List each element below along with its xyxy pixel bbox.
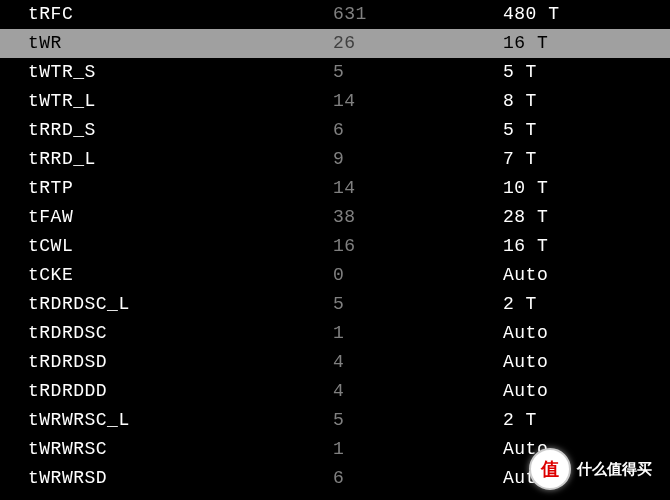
memory-timing-table: tRFC631480 TtWR2616 TtWTR_S55 TtWTR_L148… (0, 0, 670, 500)
timing-name: tCWL (28, 232, 333, 261)
timing-current-value: 4 (333, 377, 503, 406)
timing-name: tRDRDSD (28, 348, 333, 377)
timing-current-value: 6 (333, 464, 503, 493)
timing-set-value[interactable]: 16 T (503, 29, 670, 58)
timing-current-value: 0 (333, 261, 503, 290)
timing-name: tWTR_L (28, 87, 333, 116)
watermark-text: 什么值得买 (577, 460, 652, 479)
timing-row[interactable]: tRTP1410 T (0, 174, 670, 203)
timing-row[interactable]: tRDRDSC_L52 T (0, 290, 670, 319)
timing-current-value: 4 (333, 348, 503, 377)
timing-row[interactable]: tWTR_L148 T (0, 87, 670, 116)
timing-row[interactable]: tCWL1616 T (0, 232, 670, 261)
timing-set-value[interactable]: Auto (503, 319, 670, 348)
timing-row[interactable]: tFAW3828 T (0, 203, 670, 232)
timing-row[interactable]: tRFC631480 T (0, 0, 670, 29)
timing-current-value: 26 (333, 29, 503, 58)
timing-name: tCKE (28, 261, 333, 290)
timing-name: tFAW (28, 203, 333, 232)
timing-current-value: 16 (333, 232, 503, 261)
timing-row[interactable]: tRRD_L97 T (0, 145, 670, 174)
timing-current-value: 6 (333, 116, 503, 145)
timing-current-value: 631 (333, 0, 503, 29)
timing-current-value: 5 (333, 406, 503, 435)
timing-row[interactable]: tWR2616 T (0, 29, 670, 58)
timing-name: tRDRDSC_L (28, 290, 333, 319)
timing-row[interactable]: tRDRDDD4Auto (0, 377, 670, 406)
timing-set-value[interactable]: Auto (503, 348, 670, 377)
timing-set-value[interactable]: 8 T (503, 87, 670, 116)
timing-name: tRDRDDD (28, 377, 333, 406)
timing-row[interactable]: tRDRDSD4Auto (0, 348, 670, 377)
timing-current-value: 5 (333, 290, 503, 319)
timing-set-value[interactable]: 480 T (503, 0, 670, 29)
timing-current-value: 9 (333, 145, 503, 174)
timing-current-value: 1 (333, 435, 503, 464)
timing-name: tWR (28, 29, 333, 58)
timing-set-value[interactable]: 7 T (503, 145, 670, 174)
timing-row[interactable]: tRRD_S65 T (0, 116, 670, 145)
timing-name: tWTR_S (28, 58, 333, 87)
timing-set-value[interactable]: 2 T (503, 290, 670, 319)
timing-set-value[interactable]: 5 T (503, 58, 670, 87)
timing-current-value: 1 (333, 319, 503, 348)
watermark-icon: 值 (529, 448, 571, 490)
timing-name: tRDRDSC (28, 319, 333, 348)
timing-row[interactable]: tRDRDSC1Auto (0, 319, 670, 348)
timing-name: tWRWRSC (28, 435, 333, 464)
timing-name: tRTP (28, 174, 333, 203)
timing-current-value: 38 (333, 203, 503, 232)
timing-set-value[interactable]: 2 T (503, 406, 670, 435)
timing-row[interactable]: tCKE0Auto (0, 261, 670, 290)
timing-set-value[interactable]: 10 T (503, 174, 670, 203)
timing-set-value[interactable]: Auto (503, 377, 670, 406)
watermark-badge: 值 什么值得买 (529, 448, 652, 490)
timing-row[interactable]: tWTR_S55 T (0, 58, 670, 87)
timing-name: tWRWRSC_L (28, 406, 333, 435)
timing-name: tRFC (28, 0, 333, 29)
timing-name: tRRD_S (28, 116, 333, 145)
timing-current-value: 14 (333, 174, 503, 203)
timing-set-value[interactable]: Auto (503, 261, 670, 290)
timing-set-value[interactable]: 16 T (503, 232, 670, 261)
timing-current-value: 14 (333, 87, 503, 116)
timing-name: tRRD_L (28, 145, 333, 174)
timing-name: tWRWRSD (28, 464, 333, 493)
timing-row[interactable]: tWRWRSC_L52 T (0, 406, 670, 435)
timing-set-value[interactable]: 5 T (503, 116, 670, 145)
timing-current-value: 5 (333, 58, 503, 87)
timing-set-value[interactable]: 28 T (503, 203, 670, 232)
